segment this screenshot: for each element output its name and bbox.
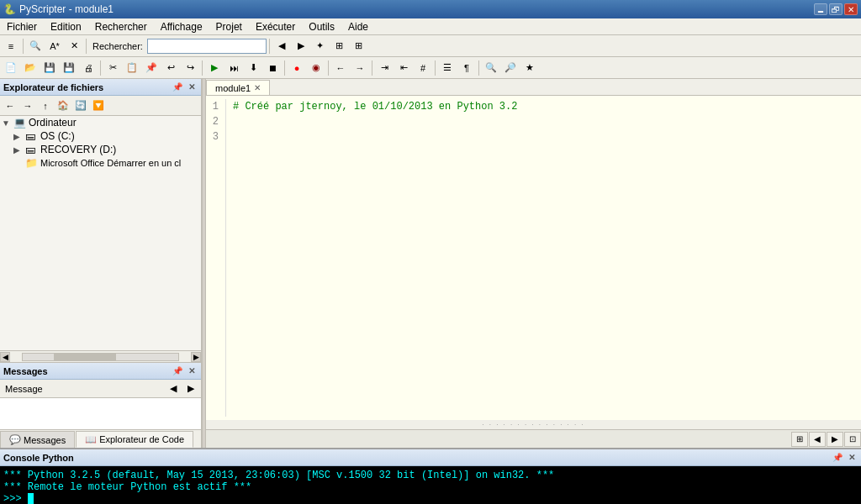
eb-btn1[interactable]: ⊞ [791,432,808,447]
search-input[interactable] [148,41,266,51]
menu-projet[interactable]: Projet [209,19,249,34]
menu-outils[interactable]: Outils [302,19,341,34]
close-msg-button[interactable]: ✕ [186,365,198,376]
tb-save-all[interactable]: 💾 [60,59,78,77]
tb-close-search[interactable]: ✕ [65,37,83,55]
refresh-btn[interactable]: 🔄 [72,98,89,113]
tb-x1[interactable]: ⊞ [330,37,349,55]
tb-para[interactable]: ¶ [457,59,476,77]
explorer-toolbar: ← → ↑ 🏠 🔄 🔽 [0,96,201,116]
close-console-button[interactable]: ✕ [846,452,858,463]
maximize-button[interactable]: 🗗 [829,3,843,15]
scroll-right[interactable]: ▶ [191,352,201,362]
tb-indent[interactable]: ⇥ [375,59,394,77]
messages-icon: 💬 [9,434,21,445]
file-explorer-tree: ▼ 💻 Ordinateur ▶ 🖴 OS (C:) ▶ 🖴 RECOVERY … [0,116,201,350]
drive-c-label: OS (C:) [40,130,75,142]
tb-replace[interactable]: A* [45,37,64,55]
titlebar-title: 🐍 PyScripter - module1 [3,3,114,15]
msg-prev[interactable]: ◀ [165,381,182,396]
tb-copy[interactable]: 📋 [123,59,141,77]
filter-btn[interactable]: 🔽 [90,98,107,113]
tb-x2[interactable]: ⊞ [350,37,368,55]
tb-save[interactable]: 💾 [40,59,59,77]
tb-paste[interactable]: 📌 [142,59,161,77]
close-panel-button[interactable]: ✕ [186,81,198,92]
tree-item-computer[interactable]: ▼ 💻 Ordinateur [0,116,201,129]
editor-area: module1 ✕ 1 2 3 # Créé par jternoy, le 0… [206,79,861,448]
line-num-2: 2 [209,114,219,129]
tb-undo[interactable]: ↩ [161,59,180,77]
tb-list[interactable]: ☰ [438,59,457,77]
eb-btn2[interactable]: ◀ [809,432,826,447]
tb-format[interactable]: ≡ [2,37,20,55]
hscroll[interactable]: ◀ ▶ [0,350,201,362]
toolbar1: ≡ 🔍 A* ✕ Rechercher: ◀ ▶ ✦ ⊞ ⊞ [0,35,861,57]
pin-msg-button[interactable]: 📌 [170,365,185,376]
toolbar2: 📄 📂 💾 💾 🖨 ✂ 📋 📌 ↩ ↪ ▶ ⏭ ⬇ ⏹ ● ◉ ← → ⇥ ⇤ … [0,57,861,79]
scroll-left[interactable]: ◀ [0,352,10,362]
tb-search-icon[interactable]: 🔍 [26,37,45,55]
tb-run[interactable]: ▶ [205,59,224,77]
drive-d-label: RECOVERY (D:) [40,144,116,155]
tb-hash[interactable]: # [414,59,432,77]
console-title: Console Python [3,453,74,463]
pin-console-button[interactable]: 📌 [830,452,845,463]
main-area: Explorateur de fichiers 📌 ✕ ← → ↑ 🏠 🔄 🔽 … [0,79,861,448]
editor-tab-close[interactable]: ✕ [254,83,261,92]
tb-zoom-out[interactable]: 🔎 [501,59,520,77]
tb-debug[interactable]: ⏭ [224,59,243,77]
eb-btn4[interactable]: ⊡ [844,432,861,447]
menu-rechercher[interactable]: Rechercher [88,19,154,34]
tab-code-explorer[interactable]: 📖 Explorateur de Code [76,431,193,448]
app-icon: 🐍 [3,3,16,15]
editor-content[interactable]: 1 2 3 # Créé par jternoy, le 01/10/2013 … [206,96,861,420]
menu-edition[interactable]: Edition [44,19,88,34]
tb-bp2[interactable]: ◉ [307,59,325,77]
tb-next[interactable]: ▶ [292,37,310,55]
tb-redo[interactable]: ↪ [181,59,199,77]
msg-next[interactable]: ▶ [182,381,199,396]
home-btn[interactable]: 🏠 [55,98,71,113]
menu-executer[interactable]: Exécuter [249,19,302,34]
fwd-btn[interactable]: → [19,98,36,113]
tb-print[interactable]: 🖨 [79,59,98,77]
tb-outdent[interactable]: ⇤ [394,59,413,77]
up-btn[interactable]: ↑ [37,98,54,113]
search-box[interactable] [147,39,267,54]
tb-nav1[interactable]: ← [331,59,350,77]
tree-item-c[interactable]: ▶ 🖴 OS (C:) [12,129,201,143]
hscroll-track[interactable] [22,353,179,361]
close-button[interactable]: ✕ [844,3,858,15]
tree-item-office[interactable]: 📁 Microsoft Office Démarrer en un cl [12,156,201,170]
tab-messages-label: Messages [24,435,66,445]
code-line-1: # Créé par jternoy, le 01/10/2013 en Pyt… [233,99,858,114]
tree-item-d[interactable]: ▶ 🖴 RECOVERY (D:) [12,143,201,156]
menu-aide[interactable]: Aide [341,19,375,34]
tb-nav2[interactable]: → [351,59,369,77]
tb-stop[interactable]: ⏹ [263,59,282,77]
tb-open[interactable]: 📂 [21,59,40,77]
sep4 [100,60,101,76]
pin-button[interactable]: 📌 [170,81,185,92]
tb-new[interactable]: 📄 [2,59,20,77]
msg-col-header: Message [2,384,46,394]
tab-messages[interactable]: 💬 Messages [0,431,75,448]
tb-zoom-in[interactable]: 🔍 [482,59,500,77]
tb-mark[interactable]: ✦ [311,37,330,55]
minimize-button[interactable]: 🗕 [814,3,827,15]
tb-cut[interactable]: ✂ [103,59,122,77]
eb-btn3[interactable]: ▶ [827,432,843,447]
tb-step[interactable]: ⬇ [244,59,262,77]
console-content[interactable]: *** Python 3.2.5 (default, May 15 2013, … [0,466,861,504]
back-btn[interactable]: ← [2,98,18,113]
tb-prev[interactable]: ◀ [272,37,291,55]
menu-affichage[interactable]: Affichage [154,19,209,34]
tb-bp[interactable]: ● [288,59,306,77]
menu-fichier[interactable]: Fichier [0,19,44,34]
code-area[interactable]: # Créé par jternoy, le 01/10/2013 en Pyt… [233,99,858,417]
editor-tab-module1[interactable]: module1 ✕ [206,80,270,95]
console-section: Console Python 📌 ✕ *** Python 3.2.5 (def… [0,448,861,504]
code-line-2 [233,114,858,129]
tb-star[interactable]: ★ [520,59,539,77]
